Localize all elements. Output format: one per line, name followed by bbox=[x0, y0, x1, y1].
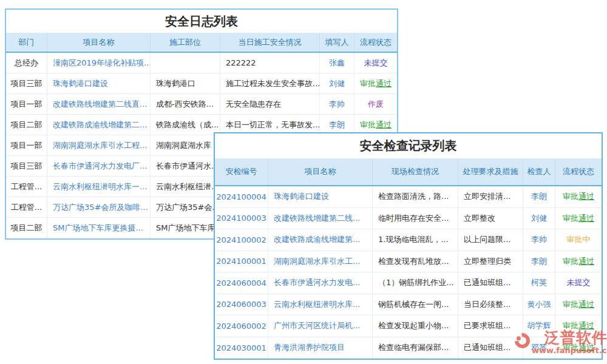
watermark-brand: 泛普软件 bbox=[544, 329, 607, 346]
cell-inspector[interactable]: 柯英 bbox=[523, 272, 555, 294]
cell-part: 铁路成渝线（成... bbox=[151, 115, 220, 135]
table-row: 2024100004珠海鹤港口建设检查路面清洗，路...立即安排清...李朗审批… bbox=[215, 186, 602, 208]
cell-project[interactable]: 珠海鹤港口建设 bbox=[47, 73, 151, 93]
cell-no[interactable]: 2024030001 bbox=[215, 337, 268, 359]
watermark-url: www.fanpusoft.com bbox=[532, 346, 607, 354]
column-header: 流程状态 bbox=[555, 159, 602, 185]
vendor-watermark: 泛普软件 www.fanpusoft.com bbox=[515, 329, 607, 354]
cell-no[interactable]: 2024060004 bbox=[215, 272, 268, 294]
cell-dept: 项目一部 bbox=[6, 135, 47, 155]
column-header: 填写人 bbox=[320, 33, 354, 52]
column-header: 检查人 bbox=[523, 159, 555, 185]
table-row: 项目一部改建铁路线增建第二线直...成都-西安铁路...无安全隐患存在李帅作废 bbox=[6, 94, 397, 115]
table-row: 项目三部珠海鹤港口建设珠海鹤港口施工过程未发生安全事故...刘健审批通过 bbox=[6, 73, 397, 94]
table-row: 2024060004长春市伊通河水力发电...（1）钢筋绑扎作业...已通知班组… bbox=[215, 272, 602, 294]
table-row: 2024100001湖南洞庭湖水库引水工...检查发现有乱堆放...立即整理归类… bbox=[215, 251, 602, 273]
cell-situation: 检查临电有漏保部... bbox=[373, 337, 458, 359]
column-header: 流程状态 bbox=[354, 33, 397, 52]
cell-measure: 立即安排清... bbox=[458, 186, 523, 207]
cell-status: 未提交 bbox=[354, 53, 397, 73]
cell-situation: （1）钢筋绑扎作业... bbox=[373, 272, 458, 294]
fanpu-logo-icon bbox=[512, 330, 533, 351]
cell-project[interactable]: 湖南洞庭湖水库引水工... bbox=[268, 251, 373, 272]
cell-no[interactable]: 2024060002 bbox=[215, 315, 268, 337]
column-header: 项目名称 bbox=[47, 33, 151, 52]
cell-part: 湖南洞庭湖水库 bbox=[151, 135, 220, 155]
cell-measure: 立即整理归类 bbox=[458, 251, 523, 272]
cell-status[interactable]: 审批通过 bbox=[555, 251, 602, 272]
cell-project[interactable]: 长春市伊通河水力发电... bbox=[268, 272, 373, 294]
cell-situation: 检查路面清洗，路... bbox=[373, 186, 458, 207]
table-row: 总经办潼南区2019年绿化补贴项...222222张鑫未提交 bbox=[6, 53, 397, 73]
cell-project[interactable]: 长春市伊通河水力发电厂... bbox=[47, 156, 151, 176]
cell-dept: 工程管... bbox=[6, 197, 47, 217]
cell-project[interactable]: 改建铁路线增建第二线... bbox=[268, 208, 373, 229]
cell-part: 云南水利枢纽潜... bbox=[151, 177, 220, 197]
cell-status[interactable]: 审批通过 bbox=[555, 208, 602, 229]
cell-project[interactable]: 广州市天河区统计局机... bbox=[268, 315, 373, 337]
cell-project[interactable]: 改建铁路成渝线增建第... bbox=[268, 229, 373, 251]
safety-log-title: 安全日志列表 bbox=[6, 10, 397, 33]
cell-measure: 已通知班组... bbox=[458, 272, 523, 294]
cell-project[interactable]: 潼南区2019年绿化补贴项... bbox=[47, 53, 151, 73]
cell-dept: 工程管... bbox=[6, 177, 47, 197]
cell-dept: 项目三部 bbox=[6, 73, 47, 93]
column-header: 处理要求及措施 bbox=[458, 159, 523, 185]
cell-part: 万达广场35#会... bbox=[151, 197, 220, 217]
cell-measure: 当日必须整... bbox=[458, 294, 523, 315]
table-row: 2024100002改建铁路成渝线增建第...1.现场临电混乱，...以上问题限… bbox=[215, 229, 602, 251]
cell-situation: 检查发现有乱堆放... bbox=[373, 251, 458, 272]
cell-project[interactable]: SM广场地下车库更换摄... bbox=[47, 218, 151, 238]
cell-project[interactable]: 云南水利枢纽潜明水库... bbox=[268, 294, 373, 315]
column-header: 安检编号 bbox=[215, 159, 268, 185]
cell-part bbox=[151, 53, 220, 73]
cell-inspector[interactable]: 刘健 bbox=[523, 208, 555, 229]
table-row: 2024100003改建铁路线增建第二线...临时用电存在安全...立即整改刘健… bbox=[215, 208, 602, 230]
cell-inspector[interactable]: 李帅 bbox=[523, 229, 555, 251]
safety-log-header-row: 部门项目名称施工部位当日施工安全情况填写人流程状态 bbox=[6, 33, 397, 53]
column-header: 施工部位 bbox=[151, 33, 220, 52]
cell-part: 成都-西安铁路... bbox=[151, 94, 220, 114]
cell-project[interactable]: 改建铁路线增建第二线直... bbox=[47, 94, 151, 114]
cell-no[interactable]: 2024100004 bbox=[215, 186, 268, 207]
cell-inspector[interactable]: 黄小强 bbox=[523, 294, 555, 315]
cell-writer[interactable]: 张鑫 bbox=[320, 53, 354, 73]
cell-project[interactable]: 云南水利枢纽潜明水库一... bbox=[47, 177, 151, 197]
cell-situation: 1.现场临电混乱，... bbox=[373, 229, 458, 251]
cell-project[interactable]: 珠海鹤港口建设 bbox=[268, 186, 373, 207]
cell-status: 审批中 bbox=[555, 229, 602, 251]
cell-situation: 无安全隐患存在 bbox=[220, 94, 320, 114]
cell-situation: 临时用电存在安全... bbox=[373, 208, 458, 229]
cell-writer[interactable]: 李帅 bbox=[320, 94, 354, 114]
column-header: 项目名称 bbox=[268, 159, 373, 185]
cell-no[interactable]: 2024100002 bbox=[215, 229, 268, 251]
cell-dept: 项目二部 bbox=[6, 115, 47, 135]
column-header: 现场检查情况 bbox=[373, 159, 458, 185]
cell-status[interactable]: 审批通过 bbox=[555, 294, 602, 315]
cell-dept: 总经办 bbox=[6, 53, 47, 73]
cell-no[interactable]: 2024060003 bbox=[215, 294, 268, 315]
cell-project[interactable]: 万达广场35#会所及咖啡... bbox=[47, 197, 151, 217]
column-header: 部门 bbox=[6, 33, 47, 52]
cell-measure: 已要求班组... bbox=[458, 315, 523, 337]
cell-inspector[interactable]: 李朗 bbox=[523, 251, 555, 272]
cell-status[interactable]: 审批通过 bbox=[354, 73, 397, 93]
cell-writer[interactable]: 刘健 bbox=[320, 73, 354, 93]
cell-status: 未提交 bbox=[555, 272, 602, 294]
inspection-record-table-card: 安全检查记录列表 安检编号项目名称现场检查情况处理要求及措施检查人流程状态 20… bbox=[214, 132, 603, 360]
cell-project[interactable]: 湖南洞庭湖水库引水工程... bbox=[47, 135, 151, 155]
cell-part: SM广场地下车库 bbox=[151, 218, 220, 238]
cell-part: 长春市伊通河水... bbox=[151, 156, 220, 176]
cell-measure: 以上问题限... bbox=[458, 229, 523, 251]
cell-project[interactable]: 青海洪湖养护院项目 bbox=[268, 337, 373, 359]
cell-situation: 222222 bbox=[220, 53, 320, 73]
cell-measure: 已通知班组... bbox=[458, 337, 523, 359]
cell-measure: 立即整改 bbox=[458, 208, 523, 229]
cell-project[interactable]: 改建铁路成渝线增建第二... bbox=[47, 115, 151, 135]
cell-status[interactable]: 审批通过 bbox=[555, 186, 602, 207]
cell-no[interactable]: 2024100001 bbox=[215, 251, 268, 272]
inspection-record-header-row: 安检编号项目名称现场检查情况处理要求及措施检查人流程状态 bbox=[215, 159, 602, 186]
cell-no[interactable]: 2024100003 bbox=[215, 208, 268, 229]
table-row: 2024060003云南水利枢纽潜明水库...钢筋机械存在一闸...当日必须整.… bbox=[215, 294, 602, 316]
cell-inspector[interactable]: 李朗 bbox=[523, 186, 555, 207]
